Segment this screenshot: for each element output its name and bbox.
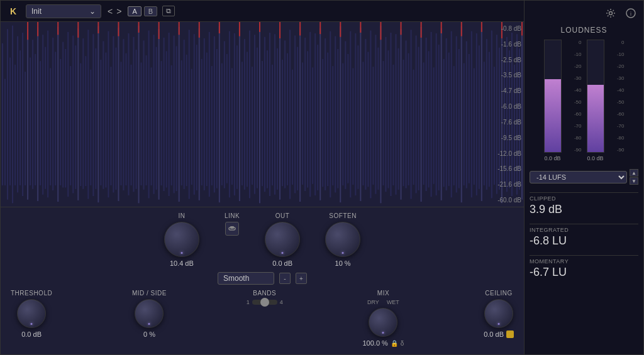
mix-label: MIX (377, 290, 389, 297)
svg-rect-122 (307, 51, 308, 187)
svg-rect-102 (257, 48, 258, 188)
main-container: K Init ⌄ < > A B ⧉ (0, 0, 644, 355)
svg-rect-211 (77, 22, 79, 38)
svg-rect-30 (75, 45, 76, 188)
scale-60: -60 (567, 111, 582, 117)
link-button[interactable] (225, 222, 239, 236)
nav-next-button[interactable]: > (115, 6, 123, 16)
rscale-80: -80 (609, 135, 625, 141)
svg-rect-27 (67, 32, 69, 197)
mix-delta-icon[interactable]: δ (401, 340, 404, 347)
svg-rect-171 (431, 32, 432, 197)
out-knob[interactable] (265, 222, 300, 257)
svg-rect-165 (416, 35, 417, 193)
svg-rect-177 (446, 38, 447, 190)
nav-arrows: < > (106, 6, 123, 16)
lufs-down-button[interactable]: ▼ (630, 177, 638, 185)
smooth-prev-button[interactable]: - (279, 273, 291, 284)
ceiling-icon[interactable] (506, 330, 514, 338)
svg-rect-111 (279, 29, 280, 199)
midside-knob[interactable] (135, 299, 164, 328)
nav-prev-button[interactable]: < (106, 6, 114, 16)
svg-rect-186 (469, 54, 470, 183)
mix-value: 100.0 % (362, 339, 387, 347)
bands-slider-row: 1 4 (247, 299, 283, 305)
svg-rect-116 (292, 70, 293, 185)
smooth-next-button[interactable]: + (296, 273, 307, 284)
bands-slider[interactable] (252, 300, 277, 305)
midside-knob-group: MID / SIDE 0 % (132, 290, 167, 338)
svg-rect-155 (390, 33, 391, 196)
meter-right-bar (587, 40, 604, 153)
in-knob[interactable] (164, 222, 199, 257)
svg-rect-78 (196, 45, 197, 190)
svg-rect-220 (259, 22, 260, 32)
loudness-title: LOUDNESS (530, 26, 638, 35)
mix-knob[interactable] (369, 308, 397, 337)
info-icon-button[interactable]: i (623, 6, 638, 21)
svg-rect-58 (146, 55, 147, 185)
bands-min: 1 (247, 299, 250, 305)
svg-rect-89 (224, 41, 225, 188)
svg-rect-164 (413, 70, 414, 185)
waveform-svg (1, 22, 524, 207)
svg-rect-127 (319, 28, 321, 200)
svg-rect-137 (345, 41, 346, 189)
svg-rect-113 (284, 40, 286, 188)
svg-rect-196 (494, 67, 495, 185)
svg-rect-87 (219, 26, 220, 202)
svg-rect-16 (40, 61, 41, 185)
svg-rect-142 (357, 45, 358, 188)
svg-rect-224 (340, 22, 341, 37)
ab-a-button[interactable]: A (128, 6, 141, 16)
svg-rect-194 (489, 52, 490, 187)
soften-knob[interactable] (325, 222, 360, 257)
logo: K (6, 4, 21, 19)
link-label: LINK (225, 212, 240, 219)
svg-rect-49 (123, 39, 124, 190)
svg-rect-115 (289, 30, 291, 199)
integrated-label: INTEGRATED (530, 227, 638, 233)
ab-b-button[interactable]: B (144, 6, 157, 16)
meter-left-fill (545, 79, 561, 152)
svg-rect-135 (340, 26, 341, 202)
svg-rect-76 (191, 69, 192, 185)
lufs-up-button[interactable]: ▲ (630, 169, 638, 177)
preset-name[interactable]: Init ⌄ (26, 4, 101, 18)
out-label: OUT (275, 212, 290, 219)
lufs-selector: -14 LUFS -16 LUFS -23 LUFS ▲ ▼ (530, 169, 638, 185)
svg-rect-71 (179, 27, 180, 202)
svg-rect-191 (481, 28, 482, 201)
svg-rect-210 (57, 22, 58, 35)
ceiling-knob[interactable] (484, 299, 513, 328)
svg-rect-175 (441, 28, 442, 200)
svg-rect-104 (262, 61, 263, 186)
svg-rect-131 (330, 31, 331, 198)
svg-rect-134 (337, 49, 338, 188)
settings-icon-button[interactable] (603, 6, 618, 21)
svg-rect-63 (158, 29, 160, 199)
copy-button[interactable]: ⧉ (162, 6, 175, 16)
svg-rect-15 (37, 28, 38, 201)
svg-rect-201 (506, 37, 508, 192)
lufs-select[interactable]: -14 LUFS -16 LUFS -23 LUFS (530, 171, 627, 183)
svg-rect-188 (474, 68, 475, 185)
svg-rect-169 (426, 38, 427, 191)
scale-0: 0 (567, 40, 582, 45)
rscale-20: -20 (609, 63, 625, 69)
mix-section: MIX DRY WET 100.0 % 🔒 δ (362, 290, 404, 347)
svg-rect-110 (277, 48, 278, 190)
ceiling-section: CEILING 0.0 dB (484, 290, 514, 338)
svg-rect-62 (156, 47, 157, 190)
mix-lock-icon[interactable]: 🔒 (391, 340, 398, 347)
smooth-select[interactable]: Smooth Transient Balanced (218, 272, 274, 285)
svg-rect-203 (511, 33, 513, 196)
left-panel: K Init ⌄ < > A B ⧉ (1, 1, 524, 354)
svg-rect-106 (267, 50, 268, 188)
svg-rect-133 (335, 36, 336, 193)
midside-label: MID / SIDE (132, 290, 167, 297)
svg-rect-51 (128, 33, 129, 195)
svg-rect-176 (443, 59, 445, 187)
threshold-knob[interactable] (17, 299, 46, 328)
integrated-value: -6.8 LU (530, 234, 638, 248)
